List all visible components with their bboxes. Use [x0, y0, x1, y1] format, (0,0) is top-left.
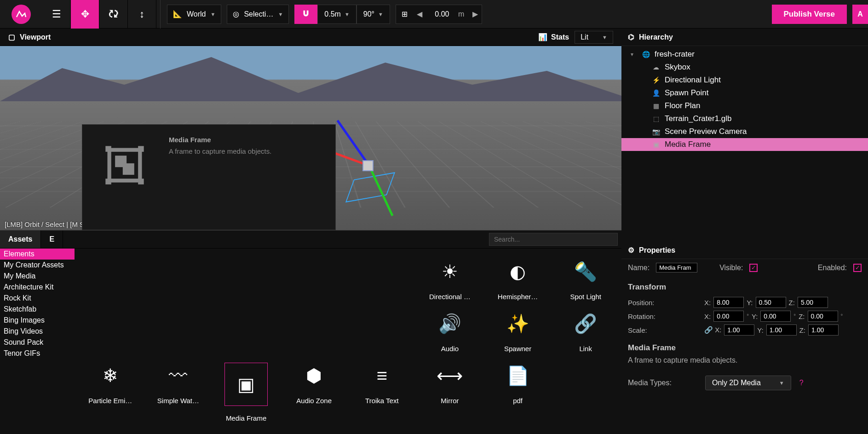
Spawner-icon: ✨	[505, 311, 531, 336]
position-x-input[interactable]	[713, 297, 744, 308]
media-frame-desc: A frame to capture media objects.	[628, 356, 862, 365]
hierarchy-item[interactable]: 📷Scene Preview Camera	[621, 125, 868, 138]
assets-search-input[interactable]	[489, 233, 618, 246]
assets-tab-2[interactable]: E	[41, 231, 63, 248]
link-scale-icon[interactable]: 🔗 X:	[704, 326, 721, 334]
category-item[interactable]: Tenor GIFs	[0, 348, 75, 359]
category-item[interactable]: Sound Pack	[0, 337, 75, 348]
svg-rect-5	[105, 179, 111, 185]
hierarchy-item[interactable]: ⬚Terrain_Crater1.glb	[621, 112, 868, 125]
category-item[interactable]: Architecture Kit	[0, 282, 75, 293]
position-y-input[interactable]	[756, 297, 786, 308]
snap-angle-select[interactable]: 90°▼	[356, 5, 390, 24]
app-logo[interactable]	[0, 5, 42, 24]
element-item[interactable]: ≡Troika Text	[348, 356, 416, 426]
element-label: pdf	[513, 397, 523, 405]
element-item[interactable]: ⬢Audio Zone	[280, 356, 348, 426]
name-input[interactable]	[656, 263, 697, 272]
enabled-checkbox[interactable]: ✓	[853, 264, 862, 272]
hierarchy-item[interactable]: ▦Floor Plan	[621, 99, 868, 112]
grid-icon: ⊞	[396, 10, 413, 18]
menu-button[interactable]: ☰	[42, 0, 71, 29]
element-item[interactable]: 🔦Spot Light	[552, 252, 620, 304]
element-item[interactable]: ☀Directional …	[416, 252, 484, 304]
media-frame-icon	[92, 133, 157, 197]
visible-checkbox[interactable]: ✓	[749, 264, 758, 272]
snap-toggle[interactable]	[294, 5, 317, 24]
element-item[interactable]: ⟷Mirror	[416, 356, 484, 426]
scale-z-input[interactable]	[808, 324, 839, 336]
category-item[interactable]: Elements	[0, 249, 75, 260]
svg-rect-6	[138, 179, 144, 185]
grid-increase[interactable]: ▶	[469, 10, 482, 18]
category-item[interactable]: My Media	[0, 271, 75, 282]
assets-tab[interactable]: Assets	[0, 231, 41, 248]
element-label: Media Frame	[226, 414, 266, 422]
enabled-label: Enabled:	[818, 264, 847, 272]
element-item[interactable]: 〰Simple Wat…	[144, 356, 213, 426]
hierarchy-item[interactable]: ☁Skybox	[621, 61, 868, 74]
settings-icon: ⚙	[628, 246, 634, 255]
position-z-input[interactable]	[798, 297, 828, 308]
category-list: ElementsMy Creator AssetsMy MediaArchite…	[0, 249, 75, 434]
element-item[interactable]: ▣Media Frame	[212, 356, 280, 426]
axes-icon: 📐	[173, 10, 182, 18]
help-icon[interactable]: ?	[799, 379, 804, 387]
element-item[interactable]: ❄Particle Emi…	[76, 356, 144, 426]
viewport-title: ▢Viewport	[8, 33, 51, 41]
category-item[interactable]: Sketchfab	[0, 304, 75, 315]
element-tooltip: Media Frame A frame to capture media obj…	[82, 124, 336, 230]
media-types-label: Media Types:	[628, 379, 697, 387]
element-item[interactable]: ◐Hemispher…	[484, 252, 552, 304]
hierarchy-item[interactable]: ⚡Directional Light	[621, 74, 868, 87]
transform-space-select[interactable]: 📐 World ▼	[167, 5, 221, 24]
rotation-x-input[interactable]	[713, 311, 744, 322]
pivot-select[interactable]: ◎ Selecti… ▼	[227, 5, 289, 24]
category-item[interactable]: Bing Images	[0, 315, 75, 326]
rotation-y-input[interactable]	[760, 311, 791, 322]
hierarchy-root[interactable]: ▾🌐fresh-crater	[621, 48, 868, 61]
svg-rect-2	[123, 163, 134, 175]
move-tool[interactable]: ✥	[71, 0, 99, 29]
element-label: Mirror	[441, 397, 459, 405]
stats-toggle[interactable]: 📊Stats	[538, 33, 569, 41]
snap-linear-select[interactable]: 0.5m▼	[317, 5, 356, 24]
scale-x-input[interactable]	[724, 324, 754, 336]
Hemispher…-icon: ◐	[505, 259, 531, 284]
category-item[interactable]: Bing Videos	[0, 326, 75, 337]
publish-button[interactable]: Publish Verse	[772, 5, 847, 24]
element-label: Audio	[441, 345, 459, 353]
render-mode-select[interactable]: Lit▼	[575, 31, 613, 44]
category-item[interactable]: Rock Kit	[0, 293, 75, 304]
hierarchy-item[interactable]: 👤Spawn Point	[621, 87, 868, 99]
tooltip-text: A frame to capture media objects.	[169, 147, 271, 155]
Link-icon: 🔗	[573, 311, 598, 336]
position-label: Position:	[628, 299, 701, 307]
element-item[interactable]: ✨Spawner	[484, 304, 552, 356]
element-label: Troika Text	[365, 397, 399, 405]
Audio-icon: 🔊	[437, 311, 463, 336]
Troika Text-icon: ≡	[369, 363, 395, 388]
Directional …-icon: ☀	[437, 259, 463, 284]
svg-rect-4	[138, 146, 144, 152]
user-avatar[interactable]: A	[852, 5, 868, 24]
viewport-canvas[interactable]: [LMB] Orbit / Select | [M SC] Deselect A…	[0, 46, 621, 230]
Simple Wat…-icon: 〰	[165, 363, 191, 388]
hierarchy-header: ⌬ Hierarchy	[621, 29, 868, 46]
scale-y-input[interactable]	[766, 324, 797, 336]
element-item[interactable]: 🔊Audio	[416, 304, 484, 356]
element-item[interactable]: 📄pdf	[484, 356, 552, 426]
element-item[interactable]: 🔗Link	[552, 304, 620, 356]
media-types-select[interactable]: Only 2D Media▼	[705, 376, 791, 390]
Audio Zone-icon: ⬢	[301, 363, 327, 388]
Spot Light-icon: 🔦	[573, 259, 598, 284]
rotation-z-input[interactable]	[808, 311, 838, 322]
category-item[interactable]: My Creator Assets	[0, 260, 75, 271]
scale-tool[interactable]: ↕	[128, 0, 156, 29]
rotate-tool[interactable]: 🗘	[99, 0, 128, 29]
hierarchy-item[interactable]: ▣Media Frame	[621, 138, 868, 151]
element-label: Particle Emi…	[88, 397, 132, 405]
pdf-icon: 📄	[505, 363, 531, 388]
properties-header: ⚙ Properties	[621, 242, 868, 259]
grid-decrease[interactable]: ◀	[413, 10, 426, 18]
